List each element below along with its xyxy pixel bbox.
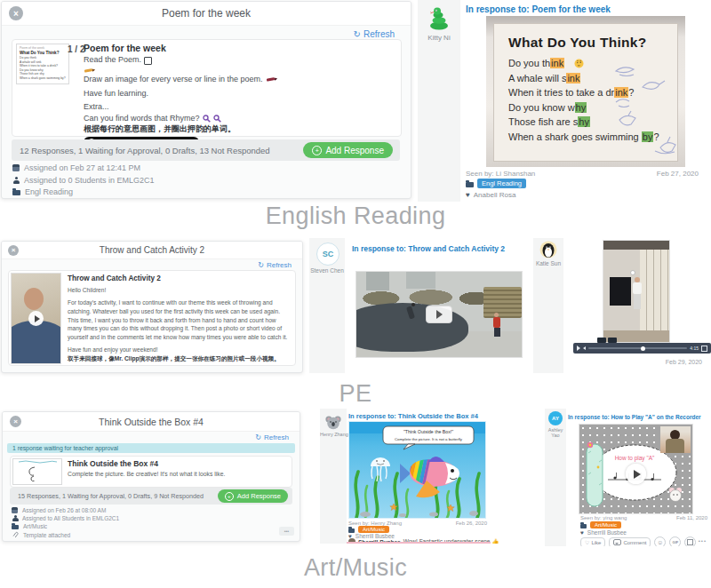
pencil-icon xyxy=(84,68,96,74)
art-activity-window: × Think Outside the Box #4 ↻ Refresh 1 r… xyxy=(2,411,300,542)
response-author-sidebar: Katie Sun xyxy=(533,238,563,373)
window-title: Think Outside the Box #4 xyxy=(99,417,204,427)
activity-card: Throw and Catch Activity 2 Hello Childre… xyxy=(8,270,296,366)
frame-button[interactable] xyxy=(684,536,696,546)
in-response-to-link[interactable]: In response to: How to Play "A" on the R… xyxy=(568,414,701,420)
magnifier-icon xyxy=(203,115,211,123)
response-stats-bar: 12 Responses, 1 Waiting for Approval, 0 … xyxy=(12,139,400,161)
climbing-frame xyxy=(483,287,522,318)
more-options-button[interactable]: ••• xyxy=(699,538,707,544)
folder-icon xyxy=(12,525,19,529)
greeting: Hello Children! xyxy=(68,286,291,295)
like-icon: ♡ xyxy=(585,539,589,545)
pe-window-header: × Throw and Catch Activity 2 xyxy=(2,242,302,259)
play-icon[interactable] xyxy=(28,311,44,326)
student-doodles xyxy=(486,16,685,167)
play-icon[interactable] xyxy=(426,306,452,323)
student-photo xyxy=(660,426,691,453)
students-icon xyxy=(12,177,20,184)
art-response-panel-1: Henry Zhang In response to: Think Outsid… xyxy=(320,409,542,544)
liked-by-row: ♥ Anabell Rosa xyxy=(466,191,515,199)
draw-line: Draw an image for every verse or line in… xyxy=(84,75,263,84)
like-button[interactable]: ♡Like xyxy=(580,537,605,547)
ball xyxy=(630,270,635,275)
folder-icon xyxy=(466,182,474,187)
snake-avatar[interactable] xyxy=(427,5,451,30)
comment-button[interactable]: Comment xyxy=(609,537,651,547)
plus-icon: + xyxy=(312,146,322,155)
underwater-drawing[interactable]: "Think Outside the Box!" Complete the pi… xyxy=(348,421,486,519)
in-response-to-link[interactable]: In response to: Poem for the week xyxy=(466,4,611,14)
art-response-panel-2: AY Ashley Yao In response to: How to Pla… xyxy=(545,409,711,546)
speaker-icon[interactable] xyxy=(583,346,586,350)
refresh-button[interactable]: ↻ Refresh xyxy=(354,29,395,39)
calendar-icon xyxy=(12,507,18,513)
activity-card: Think Outside the Box #4 Complete the pi… xyxy=(10,456,292,488)
refresh-icon: ↻ xyxy=(258,261,264,269)
refresh-button[interactable]: ↻ Refresh xyxy=(258,261,292,269)
folder-tag[interactable]: Engl Reading xyxy=(477,179,526,188)
thumbnail-title: What Do You Think? xyxy=(20,51,66,55)
refresh-icon: ↻ xyxy=(255,433,261,441)
pe-response-panel-1: SC Steven Chen In response to: Throw and… xyxy=(309,238,531,373)
gif-button[interactable]: GIF xyxy=(669,536,681,546)
video-controls-bar[interactable]: 4:15 xyxy=(573,343,711,354)
video-time: 4:15 xyxy=(690,346,699,351)
koala-avatar[interactable] xyxy=(325,415,341,430)
folder-tag[interactable]: Art/Music xyxy=(590,521,621,528)
art-window-header: × Think Outside the Box #4 xyxy=(3,412,300,432)
author-name: Steven Chen xyxy=(309,267,345,274)
divider xyxy=(347,542,491,544)
approval-alert-banner: 1 response waiting for teacher approval xyxy=(7,443,295,453)
chinese-instruction: 根据每行的意思画图，并圈出押韵的单词。 xyxy=(84,125,395,134)
recorder-video-thumbnail[interactable]: How to play "A" xyxy=(579,424,693,514)
poem-photo[interactable]: What Do You Think? Do you think A whale … xyxy=(486,16,685,167)
in-response-to-link[interactable]: In response to: Throw and Catch Activity… xyxy=(352,244,505,253)
activity-title: Poem for the week xyxy=(84,44,395,53)
pe-activity-window: × Throw and Catch Activity 2 ↻ Refresh T… xyxy=(1,241,303,373)
in-response-to-link[interactable]: In response to: Think Outside the Box #4 xyxy=(348,412,478,420)
section-label-art-music: Art/Music xyxy=(0,554,711,582)
response-date: Feb 11, 2020 xyxy=(676,515,707,520)
more-options-button[interactable]: ••• xyxy=(279,527,294,536)
response-video[interactable] xyxy=(356,271,523,358)
play-icon[interactable] xyxy=(577,346,580,351)
video-progress-bar[interactable] xyxy=(588,347,687,349)
window-title: Poem for the week xyxy=(162,7,251,20)
closing-line: Have fun and enjoy your weekend! xyxy=(68,346,291,354)
activity-thumbnail[interactable]: Poem of the week What Do You Think? Do y… xyxy=(16,44,69,84)
magnifier-icon xyxy=(213,115,221,123)
author-name: Ashley Yao xyxy=(545,427,566,438)
folder-tag-row: Art/Music xyxy=(580,521,621,528)
activity-thumbnail[interactable] xyxy=(12,458,62,485)
emoji-button[interactable]: ☺ xyxy=(654,536,666,546)
assigned-on-row: Assigned on Feb 27 at 12:41 PM xyxy=(12,163,140,172)
template-row[interactable]: Template attached xyxy=(12,531,70,538)
add-response-button[interactable]: + Add Response xyxy=(303,142,393,158)
poem-activity-window: × Poem for the week ↻ Refresh Poem of th… xyxy=(1,1,411,199)
response-date: Feb 29, 2020 xyxy=(666,359,702,365)
folder-row[interactable]: Art/Music xyxy=(12,523,47,529)
close-button[interactable]: × xyxy=(10,416,21,427)
add-response-button[interactable]: + Add Response xyxy=(218,489,288,503)
close-button[interactable]: × xyxy=(8,245,19,256)
penguin-avatar[interactable] xyxy=(539,241,557,258)
response-video-frame[interactable] xyxy=(603,240,670,343)
thumbnail-header: Poem of the week xyxy=(20,46,66,50)
fullscreen-icon[interactable] xyxy=(701,346,707,352)
author-name: Henry Zhang xyxy=(320,432,347,437)
folder-tag-row: Art/Music xyxy=(348,526,389,533)
close-button[interactable]: × xyxy=(9,6,23,20)
initials-avatar[interactable]: AY xyxy=(548,411,563,425)
plus-icon: + xyxy=(225,492,234,501)
response-author-sidebar: AY Ashley Yao xyxy=(545,409,566,546)
play-icon[interactable] xyxy=(626,464,646,484)
teacher-video-thumbnail[interactable] xyxy=(11,273,61,364)
window-panels xyxy=(640,250,669,332)
refresh-button[interactable]: ↻ Refresh xyxy=(255,433,289,441)
initials-avatar[interactable]: SC xyxy=(316,242,340,266)
folder-row[interactable]: Engl Reading xyxy=(12,187,73,196)
response-author-sidebar: Henry Zhang xyxy=(320,409,347,544)
pen-icon xyxy=(266,76,278,83)
folder-tag[interactable]: Art/Music xyxy=(358,526,389,533)
